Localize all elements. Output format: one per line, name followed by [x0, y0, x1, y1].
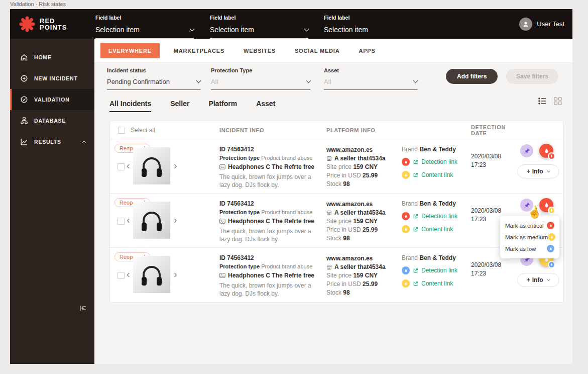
menu-item-mark-low[interactable]: Mark as low	[505, 243, 554, 254]
external-link-icon	[413, 159, 418, 165]
detection-time: 17:23	[471, 269, 517, 278]
row-checkbox[interactable]	[117, 163, 125, 170]
sidebar-item-validation[interactable]: VALIDATION	[10, 89, 94, 110]
carousel-prev-icon[interactable]: ‹	[127, 215, 130, 225]
detection-link[interactable]: Detection link	[402, 158, 471, 166]
check-circle-icon	[20, 96, 28, 104]
filter-protection-type: Protection Type All	[211, 67, 310, 90]
chevron-down-icon	[190, 26, 195, 31]
tab-marketplaces[interactable]: MARKETPLACES	[164, 48, 234, 54]
carousel-next-icon[interactable]: ›	[174, 215, 177, 225]
tab-everywhere[interactable]: EVERYWHERE	[100, 43, 160, 58]
external-link-icon	[413, 227, 418, 232]
add-filters-button[interactable]: Add filters	[446, 69, 498, 84]
row-checkbox[interactable]	[117, 272, 125, 279]
sidebar-collapse-button[interactable]	[78, 304, 87, 315]
table-row: Reopened ‹ › ID 74563412	[110, 194, 563, 248]
content-link[interactable]: Content link	[402, 279, 471, 288]
priority-context-menu: Mark as critical Mark as medium	[500, 216, 559, 258]
chevron-down-icon	[547, 277, 550, 280]
chevron-down-icon	[547, 168, 550, 172]
topbar-select-3[interactable]: Selection item	[324, 26, 422, 38]
row-checkbox[interactable]	[117, 218, 125, 225]
subtab-asset[interactable]: Asset	[256, 100, 275, 112]
product-name: Headphones C The Refrte free	[228, 218, 314, 225]
save-filters-button[interactable]: Save filters	[506, 69, 558, 84]
priority-flame-icon	[402, 279, 410, 288]
picture-icon	[219, 219, 225, 224]
tab-websites[interactable]: WEBSITES	[234, 48, 285, 54]
tab-social-media[interactable]: SOCIAL MEDIA	[285, 48, 349, 54]
seller-name: A seller that4534a	[334, 154, 386, 163]
platform-url: www.amazon.es	[326, 254, 402, 263]
chevron-up-icon	[82, 141, 86, 144]
logo-star-icon	[19, 16, 35, 32]
sidebar-item-database[interactable]: DATABASE	[10, 110, 94, 131]
detection-date: 2020/03/08	[471, 152, 517, 161]
user-menu[interactable]: User Test	[519, 9, 564, 39]
topbar: RED POINTS Field label Selection item Fi…	[10, 9, 572, 39]
asset-select[interactable]: All	[324, 78, 417, 90]
priority-button[interactable]	[539, 144, 553, 158]
menu-item-mark-medium[interactable]: Mark as medium	[505, 231, 554, 243]
storefront-icon	[326, 264, 332, 270]
topbar-select-2[interactable]: Selection item	[210, 26, 308, 39]
sidebar: HOME NEW INCIDENT VALIDATION	[10, 39, 94, 364]
product-name: Headphones C The Refrte free	[228, 272, 314, 279]
detection-link[interactable]: Detection link	[402, 266, 471, 274]
content-link[interactable]: Content link	[402, 171, 471, 179]
sidebar-item-new-incident[interactable]: NEW INCIDENT	[10, 68, 94, 89]
priority-flame-icon	[547, 222, 554, 229]
user-name: User Test	[537, 20, 564, 28]
sidebar-item-home[interactable]: HOME	[10, 47, 94, 68]
pushpin-icon	[524, 148, 530, 154]
subtab-all-incidents[interactable]: All Incidents	[109, 100, 151, 112]
table-row: Reopened ‹ › ID 74563412	[110, 248, 563, 302]
filter-incident-status: Incident status Pending Confirmation	[107, 67, 200, 90]
info-button[interactable]: + Info	[517, 273, 559, 287]
info-button[interactable]: + Info	[517, 164, 559, 178]
carousel-next-icon[interactable]: ›	[174, 269, 177, 279]
product-image	[133, 256, 170, 293]
column-platform-info: PLATFORM INFO	[326, 127, 471, 133]
sub-priority-badge	[548, 207, 555, 214]
home-icon	[20, 53, 28, 61]
picture-icon	[219, 273, 225, 278]
sub-priority-badge	[548, 152, 555, 160]
select-all-checkbox[interactable]	[118, 127, 125, 134]
person-icon	[522, 20, 530, 28]
list-view-toggle[interactable]	[537, 96, 547, 108]
priority-flame-icon	[402, 225, 410, 233]
chevron-down-icon	[304, 26, 309, 31]
carousel-next-icon[interactable]: ›	[174, 160, 177, 170]
storefront-icon	[326, 210, 332, 216]
content-link[interactable]: Content link	[402, 225, 471, 233]
product-name: Headphones C The Refrte free	[228, 163, 314, 170]
incident-status-select[interactable]: Pending Confirmation	[107, 78, 200, 90]
chevron-down-icon	[196, 78, 201, 83]
menu-item-mark-critical[interactable]: Mark as critical	[505, 220, 554, 231]
sidebar-item-results[interactable]: RESULTS	[10, 131, 94, 152]
brand-name: Ben & Teddy	[419, 200, 455, 207]
sub-priority-badge	[548, 261, 555, 268]
incidents-table: Select all INCIDENT INFO PLATFORM INFO D…	[109, 121, 563, 303]
subtab-platform[interactable]: Platform	[208, 100, 237, 112]
platform-url: www.amazon.es	[326, 146, 402, 154]
collapse-sidebar-icon	[78, 304, 87, 313]
protection-type-select[interactable]: All	[211, 78, 310, 90]
tab-apps[interactable]: APPS	[349, 48, 385, 54]
carousel-prev-icon[interactable]: ‹	[127, 269, 130, 279]
pin-button[interactable]	[520, 144, 533, 157]
grid-view-toggle[interactable]	[553, 97, 562, 108]
column-detection-date: DETECTION DATE	[471, 124, 517, 136]
detection-link[interactable]: Detection link	[402, 212, 471, 220]
incident-description: The quick, brown fox jumps over a lazy d…	[219, 282, 312, 298]
field-label: Field label	[210, 15, 308, 21]
subtab-seller[interactable]: Seller	[170, 100, 189, 112]
filters-bar: Incident status Pending Confirmation Pro…	[94, 63, 572, 96]
topbar-select-1[interactable]: Selection item	[95, 26, 194, 39]
carousel-prev-icon[interactable]: ‹	[127, 160, 130, 170]
select-all-label: Select all	[131, 127, 155, 134]
external-link-icon	[413, 172, 418, 178]
logo-text-line2: POINTS	[40, 24, 67, 31]
